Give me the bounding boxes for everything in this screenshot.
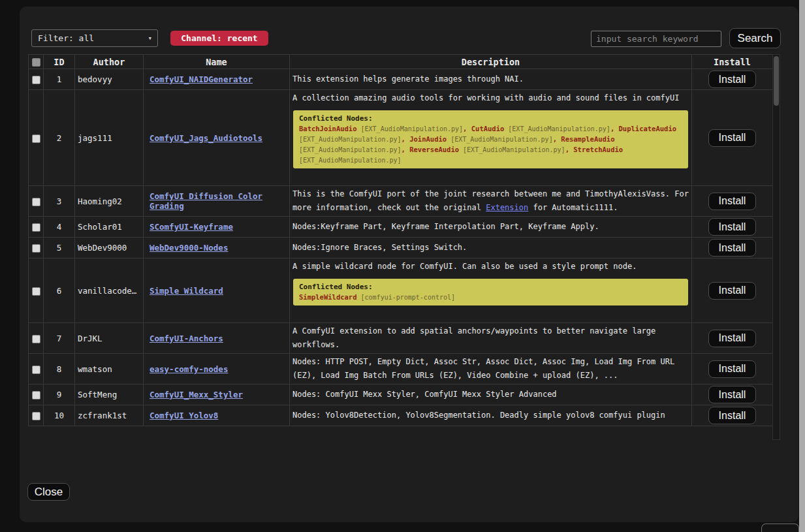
nodes-table-body: 1 bedovyy ComfyUI_NAIDGenerator This ext… [29, 69, 773, 426]
table-row: 7 DrJKL ComfyUI-Anchors A ComfyUI extens… [29, 323, 773, 354]
conflict-node-source: [EXT_AudioManipulation.py] [299, 136, 402, 143]
row-checkbox[interactable] [32, 366, 40, 374]
row-checkbox[interactable] [32, 76, 40, 84]
node-author: bedovyy [75, 69, 144, 90]
row-select-cell [29, 405, 44, 426]
node-author: DrJKL [75, 323, 144, 354]
node-description-cell: A simple wildcard node for ComfyUI. Can … [290, 258, 692, 323]
node-author: SoftMeng [75, 384, 144, 405]
install-button[interactable]: Install [708, 218, 757, 236]
node-name-cell: ComfyUI_NAIDGenerator [144, 69, 290, 90]
background-partial-button [761, 524, 799, 532]
column-header-select [29, 55, 44, 69]
node-name-link[interactable]: WebDev9000-Nodes [150, 243, 228, 253]
row-checkbox[interactable] [32, 287, 40, 296]
description-text: A simple wildcard node for ComfyUI. Can … [292, 262, 637, 271]
row-select-cell [29, 323, 44, 354]
conflict-separator: , [553, 135, 561, 143]
node-description-cell: Nodes:Ignore Braces, Settings Switch. [290, 238, 692, 258]
conflict-node-source: [EXT_AudioManipulation.py] [299, 157, 402, 164]
nodes-table-container: ID Author Name Description Install 1 bed… [28, 54, 772, 440]
install-cell: Install [692, 405, 773, 426]
row-checkbox[interactable] [32, 198, 40, 206]
description-link[interactable]: Extension [486, 203, 528, 212]
node-author: vanillacode… [75, 258, 144, 323]
description-text: Nodes: Yolov8Detection, Yolov8Segmentati… [292, 411, 665, 420]
conflict-node-source: [EXT_AudioManipulation.py] [357, 125, 464, 133]
row-checkbox[interactable] [32, 223, 40, 232]
row-select-cell [29, 69, 44, 90]
search-button[interactable]: Search [729, 28, 781, 48]
table-row: 10 zcfrank1st ComfyUI Yolov8 Nodes: Yolo… [29, 405, 773, 426]
row-checkbox[interactable] [32, 244, 40, 253]
node-description: A collection amazing audio tools for wor… [292, 91, 689, 105]
row-checkbox[interactable] [32, 335, 40, 343]
conflict-node-source: [EXT_AudioManipulation.py] [447, 136, 553, 143]
node-name-cell: ComfyUI-Anchors [144, 323, 290, 354]
node-name-link[interactable]: ComfyUI Yolov8 [150, 411, 218, 420]
conflict-node-name: BatchJoinAudio [299, 125, 357, 133]
conflict-warning-box: Conflicted Nodes: BatchJoinAudio [EXT_Au… [293, 110, 688, 168]
node-author: WebDev9000 [75, 238, 144, 258]
close-button[interactable]: Close [27, 483, 70, 501]
conflict-separator: , [402, 135, 410, 143]
row-checkbox[interactable] [32, 391, 40, 399]
row-select-cell [29, 90, 44, 186]
conflict-node-source: [EXT_AudioManipulation.py] [299, 146, 402, 153]
install-button[interactable]: Install [708, 70, 757, 88]
install-button[interactable]: Install [708, 129, 757, 147]
node-name-link[interactable]: ComfyUI_Mexx_Styler [150, 390, 243, 399]
row-checkbox[interactable] [32, 134, 40, 143]
table-scrollbar[interactable] [772, 54, 780, 440]
node-name-link[interactable]: easy-comfy-nodes [150, 364, 228, 374]
install-button[interactable]: Install [708, 386, 757, 403]
install-cell: Install [692, 258, 773, 323]
install-custom-nodes-dialog: Filter: all ▾ Channel: recent Search ID … [20, 7, 798, 522]
node-name-cell: ComfyUI Diffusion Color Grading [144, 186, 290, 217]
node-name-link[interactable]: ComfyUI Diffusion Color Grading [150, 191, 262, 211]
row-checkbox[interactable] [32, 412, 40, 420]
install-cell: Install [692, 217, 773, 238]
install-button[interactable]: Install [708, 407, 757, 424]
node-description: This extension helps generate images thr… [292, 72, 689, 86]
table-row: 5 WebDev9000 WebDev9000-Nodes Nodes:Igno… [29, 238, 773, 258]
node-name-link[interactable]: ComfyUI_Jags_Audiotools [150, 133, 262, 143]
install-button[interactable]: Install [708, 193, 757, 210]
node-id: 6 [44, 258, 75, 323]
chevron-down-icon: ▾ [148, 30, 152, 46]
filter-select[interactable]: Filter: all ▾ [31, 29, 158, 47]
conflict-list: SimpleWildcard [comfyui-prompt-control] [299, 292, 455, 302]
conflict-node-name: ResampleAudio [561, 135, 614, 143]
table-scrollbar-thumb[interactable] [774, 56, 779, 106]
node-name-link[interactable]: Simple Wildcard [150, 286, 223, 296]
install-button[interactable]: Install [708, 282, 757, 300]
node-id: 8 [44, 354, 75, 384]
node-name-cell: SComfyUI-Keyframe [144, 217, 290, 238]
node-description: Nodes: HTTP POST, Empty Dict, Assoc Str,… [292, 355, 689, 383]
conflict-separator: , [402, 146, 410, 153]
node-name-link[interactable]: ComfyUI-Anchors [150, 334, 223, 343]
table-row: 6 vanillacode… Simple Wildcard A simple … [29, 258, 773, 323]
description-text: Nodes:Keyframe Part, Keyframe Interpolat… [292, 222, 599, 231]
description-text: This extension helps generate images thr… [292, 74, 524, 84]
row-select-cell [29, 384, 44, 405]
install-button[interactable]: Install [708, 239, 757, 257]
install-button[interactable]: Install [708, 360, 757, 378]
description-text: for Automatic1111. [528, 203, 618, 212]
table-header-row: ID Author Name Description Install [29, 55, 773, 69]
search-input[interactable] [591, 31, 721, 47]
conflict-separator: , [463, 125, 471, 133]
node-id: 2 [44, 90, 75, 186]
node-author: wmatson [75, 354, 144, 384]
select-all-checkbox[interactable] [32, 58, 40, 67]
install-button[interactable]: Install [708, 330, 757, 347]
node-name-link[interactable]: SComfyUI-Keyframe [150, 222, 233, 232]
node-description-cell: A ComfyUI extension to add spatial ancho… [290, 323, 692, 354]
node-name-link[interactable]: ComfyUI_NAIDGenerator [150, 74, 253, 84]
conflict-node-source: [comfyui-prompt-control] [357, 294, 456, 301]
install-cell: Install [692, 384, 773, 405]
page-scrollbar[interactable] [799, 0, 805, 532]
node-name-cell: ComfyUI Yolov8 [144, 405, 290, 426]
node-description: A simple wildcard node for ComfyUI. Can … [292, 260, 689, 274]
channel-badge: Channel: recent [170, 31, 268, 46]
